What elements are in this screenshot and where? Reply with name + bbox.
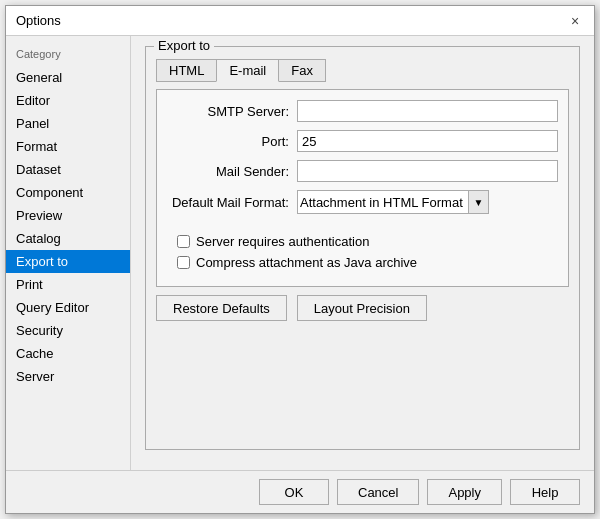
main-content: Export to HTML E-mail Fax SMTP Server: — [131, 36, 594, 470]
export-to-group: Export to HTML E-mail Fax SMTP Server: — [145, 46, 580, 450]
sidebar-item-dataset[interactable]: Dataset — [6, 158, 130, 181]
port-label: Port: — [167, 134, 297, 149]
sidebar-item-catalog[interactable]: Catalog — [6, 227, 130, 250]
port-input[interactable] — [297, 130, 558, 152]
smtp-server-input[interactable] — [297, 100, 558, 122]
title-bar: Options × — [6, 6, 594, 36]
sidebar-item-export-to[interactable]: Export to — [6, 250, 130, 273]
tab-html[interactable]: HTML — [156, 59, 217, 82]
compress-attachment-label: Compress attachment as Java archive — [196, 255, 417, 270]
dialog-body: Category General Editor Panel Format Dat… — [6, 36, 594, 470]
mail-sender-row: Mail Sender: — [167, 160, 558, 182]
default-mail-format-wrapper: Attachment in HTML Format Inline HTML Pl… — [297, 190, 489, 214]
close-button[interactable]: × — [566, 12, 584, 30]
bottom-buttons: Restore Defaults Layout Precision — [156, 295, 569, 321]
dialog-title: Options — [16, 13, 61, 28]
default-mail-format-select[interactable]: Attachment in HTML Format Inline HTML Pl… — [298, 191, 488, 213]
group-box-legend: Export to — [154, 38, 214, 53]
default-mail-format-row: Default Mail Format: Attachment in HTML … — [167, 190, 558, 214]
sidebar-item-print[interactable]: Print — [6, 273, 130, 296]
apply-button[interactable]: Apply — [427, 479, 502, 505]
compress-attachment-row: Compress attachment as Java archive — [177, 255, 558, 270]
sidebar-item-cache[interactable]: Cache — [6, 342, 130, 365]
tab-email[interactable]: E-mail — [216, 59, 279, 82]
smtp-server-label: SMTP Server: — [167, 104, 297, 119]
tab-content-email: SMTP Server: Port: Mail Sender: — [156, 89, 569, 287]
help-button[interactable]: Help — [510, 479, 580, 505]
port-row: Port: — [167, 130, 558, 152]
smtp-server-row: SMTP Server: — [167, 100, 558, 122]
options-dialog: Options × Category General Editor Panel … — [5, 5, 595, 514]
sidebar-item-security[interactable]: Security — [6, 319, 130, 342]
tab-bar: HTML E-mail Fax — [156, 59, 569, 82]
default-mail-format-label: Default Mail Format: — [167, 195, 297, 210]
restore-defaults-button[interactable]: Restore Defaults — [156, 295, 287, 321]
compress-attachment-checkbox[interactable] — [177, 256, 190, 269]
sidebar-item-general[interactable]: General — [6, 66, 130, 89]
layout-precision-button[interactable]: Layout Precision — [297, 295, 427, 321]
cancel-button[interactable]: Cancel — [337, 479, 419, 505]
sidebar-item-editor[interactable]: Editor — [6, 89, 130, 112]
sidebar-item-query-editor[interactable]: Query Editor — [6, 296, 130, 319]
sidebar-item-preview[interactable]: Preview — [6, 204, 130, 227]
ok-button[interactable]: OK — [259, 479, 329, 505]
sidebar-item-component[interactable]: Component — [6, 181, 130, 204]
category-label: Category — [6, 44, 130, 66]
server-auth-label: Server requires authentication — [196, 234, 369, 249]
mail-sender-label: Mail Sender: — [167, 164, 297, 179]
dialog-footer: OK Cancel Apply Help — [6, 470, 594, 513]
sidebar-item-panel[interactable]: Panel — [6, 112, 130, 135]
server-auth-checkbox[interactable] — [177, 235, 190, 248]
server-auth-row: Server requires authentication — [177, 234, 558, 249]
mail-sender-input[interactable] — [297, 160, 558, 182]
sidebar-item-server[interactable]: Server — [6, 365, 130, 388]
sidebar-item-format[interactable]: Format — [6, 135, 130, 158]
tab-fax[interactable]: Fax — [278, 59, 326, 82]
sidebar: Category General Editor Panel Format Dat… — [6, 36, 131, 470]
